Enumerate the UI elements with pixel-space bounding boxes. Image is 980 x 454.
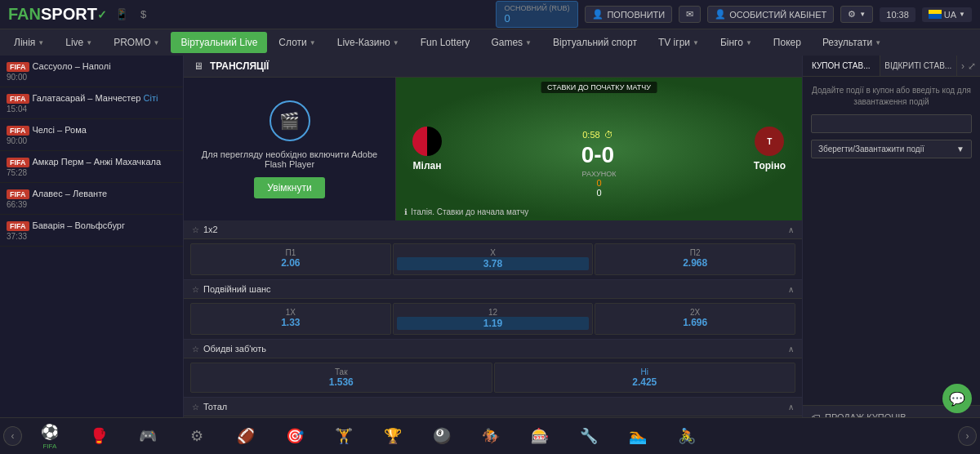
chevron-down-icon: ▼ xyxy=(86,39,92,47)
list-item[interactable]: FIFAБаварія – Вольфсбург 37:33 xyxy=(0,215,183,247)
chevron-down-icon: ▼ xyxy=(956,145,964,154)
odds-cells-both: Так 1.536 Ні 2.425 xyxy=(184,358,802,398)
nav-poker[interactable]: Покер xyxy=(764,32,811,53)
team1-name: Мілан xyxy=(413,160,442,171)
star-icon: ☆ xyxy=(192,225,199,234)
odd-no[interactable]: Ні 2.425 xyxy=(494,363,796,393)
list-item[interactable]: FIFAГалатасарай – Манчестер Сіті 15:04 xyxy=(0,87,183,119)
tools-icon: 🔧 xyxy=(580,427,598,445)
cabinet-button[interactable]: 👤 ОСОБИСТИЙ КАБІНЕТ xyxy=(707,6,834,23)
team-home: Мілан xyxy=(412,127,442,171)
odds-header-double[interactable]: ☆ Подвійний шанс ∧ xyxy=(184,280,802,299)
bottom-nav-label: FIFA xyxy=(42,443,56,450)
nav-results[interactable]: Результати ▼ xyxy=(813,32,891,53)
nav-tv-games[interactable]: TV ігри ▼ xyxy=(648,32,709,53)
odd-x[interactable]: Х 3.78 xyxy=(393,243,594,275)
main-nav: Лінія ▼ Live ▼ PROMO ▼ Віртуальний Live … xyxy=(0,29,980,56)
list-item[interactable]: FIFAАмкар Перм – Анжі Махачкала 75:28 xyxy=(0,151,183,183)
link-city[interactable]: Сіті xyxy=(144,93,158,103)
mobile-icon[interactable]: 📱 xyxy=(115,8,128,20)
tab-coupon-bets[interactable]: КУПОН СТАВ... xyxy=(803,56,880,76)
odd-p1[interactable]: П1 2.06 xyxy=(190,243,391,275)
nav-virtual-sport[interactable]: Віртуальний спорт xyxy=(543,32,647,53)
nav-bingo[interactable]: Бінго ▼ xyxy=(710,32,762,53)
list-item[interactable]: FIFAЧелсі – Рома 90:00 xyxy=(0,119,183,151)
save-load-button[interactable]: Зберегти/Завантажити події ▼ xyxy=(811,140,972,158)
odds-cells-double: 1Х 1.33 12 1.19 2Х 1.696 xyxy=(184,299,802,340)
balance-label: ОСНОВНИЙ (RUB) xyxy=(505,4,570,12)
bottom-nav-item-settings[interactable]: ⚙ xyxy=(172,425,221,447)
odd-2x[interactable]: 2Х 1.696 xyxy=(595,303,795,335)
chevron-down-icon: ▼ xyxy=(875,39,881,47)
nav-live-casino[interactable]: Live-Казино ▼ xyxy=(327,32,409,53)
header-right: ОСНОВНИЙ (RUB) 0 👤 ПОПОВНИТИ ✉ 👤 ОСОБИСТ… xyxy=(496,1,972,28)
chevron-down-icon: ▼ xyxy=(310,39,316,47)
fifa-badge: FIFA xyxy=(7,221,29,231)
odds-title: ☆ 1х2 xyxy=(192,225,218,234)
bottom-nav-item-trophy[interactable]: 🏆 xyxy=(368,425,417,447)
nav-games[interactable]: Games ▼ xyxy=(481,32,541,53)
chat-button[interactable]: 💬 xyxy=(942,384,972,413)
settings-icon: ⚙ xyxy=(190,427,203,445)
bottom-nav-item-target[interactable]: 🎯 xyxy=(270,425,319,447)
odds-header-total[interactable]: ☆ Тотал ∧ xyxy=(184,398,802,416)
chevron-down-icon: ▼ xyxy=(38,39,44,47)
stream-panel: 🎬 Для перегляду необхідно включити Adobe… xyxy=(184,78,396,220)
bottom-nav-item-fifa[interactable]: ⚽ FIFA xyxy=(25,421,74,452)
coupon-code-input[interactable] xyxy=(811,114,972,133)
nav-next-button[interactable]: › xyxy=(958,426,977,446)
bottom-nav-item-game[interactable]: 🎮 xyxy=(123,425,172,447)
nav-slots[interactable]: Слоти ▼ xyxy=(269,32,325,53)
odds-header-both[interactable]: ☆ Обидві заб'ють ∧ xyxy=(184,340,802,358)
bottom-nav-item-boxing[interactable]: 🥊 xyxy=(74,425,123,447)
broadcast-header: 🖥 ТРАНСЛЯЦІЇ xyxy=(184,56,802,78)
odd-12[interactable]: 12 1.19 xyxy=(393,303,594,335)
nav-promo[interactable]: PROMO ▼ xyxy=(104,32,169,53)
odd-yes[interactable]: Так 1.536 xyxy=(190,363,492,393)
top-up-button[interactable]: 👤 ПОПОВНИТИ xyxy=(585,6,672,23)
nav-linia[interactable]: Лінія ▼ xyxy=(4,32,54,53)
boxing-icon: 🥊 xyxy=(90,427,108,445)
bottom-nav-item-billiards[interactable]: 🎱 xyxy=(417,425,466,447)
broadcast-title: ТРАНСЛЯЦІЇ xyxy=(210,60,269,72)
bottom-nav-item-tools[interactable]: 🔧 xyxy=(564,425,613,447)
stream-text: Для перегляду необхідно включити Adobe F… xyxy=(196,149,383,169)
bottom-nav-item-fitness[interactable]: 🏋 xyxy=(319,425,368,447)
broadcast-icon: 🖥 xyxy=(194,60,203,72)
stream-icon: 🎬 xyxy=(270,100,310,141)
odd-p2[interactable]: П2 2.968 xyxy=(595,243,795,275)
nav-virtual-live[interactable]: Віртуальний Live xyxy=(171,32,267,53)
logo[interactable]: FANSPORT✓ xyxy=(8,5,107,24)
expand-icon[interactable]: ⤢ xyxy=(968,60,976,72)
nav-fun-lottery[interactable]: Fun Lottery xyxy=(411,32,480,53)
bottom-nav-item-slots[interactable]: 🎰 xyxy=(515,425,564,447)
nav-prev-button[interactable]: ‹ xyxy=(3,426,22,446)
match-score: 0-0 xyxy=(581,142,614,168)
header: FANSPORT✓ 📱 $ ОСНОВНИЙ (RUB) 0 👤 ПОПОВНИ… xyxy=(0,0,980,29)
messages-button[interactable]: ✉ xyxy=(679,6,701,23)
tab-open-bets[interactable]: ВІДКРИТІ СТАВ... xyxy=(880,56,958,76)
bet-notice: СТАВКИ ДО ПОЧАТКУ МАТЧУ xyxy=(541,82,657,93)
nav-live[interactable]: Live ▼ xyxy=(56,32,102,53)
score-label: РАХУНОК xyxy=(582,170,617,178)
chevron-icon: ∧ xyxy=(788,225,794,234)
team2-name: Торіно xyxy=(754,160,786,171)
dollar-icon[interactable]: $ xyxy=(140,8,146,20)
racing-icon: 🏇 xyxy=(482,427,500,445)
bottom-nav-item-racing[interactable]: 🏇 xyxy=(466,425,515,447)
list-item[interactable]: FIFAАлавес – Леванте 66:39 xyxy=(0,183,183,215)
list-item[interactable]: FIFAСассуоло – Наполі 90:00 xyxy=(0,56,183,87)
coupon-body: Додайте події в купон або введіть код дл… xyxy=(803,77,980,405)
odds-header-1x2[interactable]: ☆ 1х2 ∧ xyxy=(184,220,802,239)
odds-cells-1x2: П1 2.06 Х 3.78 П2 2.968 xyxy=(184,239,802,280)
bottom-nav-item-football[interactable]: 🏈 xyxy=(221,425,270,447)
language-selector[interactable]: UA ▼ xyxy=(922,7,972,22)
bottom-nav-item-cycling[interactable]: 🚴 xyxy=(662,425,711,447)
score-detail2: 0 xyxy=(596,188,601,198)
bottom-nav-item-swim[interactable]: 🏊 xyxy=(613,425,662,447)
settings-button[interactable]: ⚙ ▼ xyxy=(840,6,873,23)
chat-icon: 💬 xyxy=(949,391,965,407)
odd-1x[interactable]: 1Х 1.33 xyxy=(190,303,391,335)
enable-flash-button[interactable]: Увімкнути xyxy=(254,177,324,198)
arrow-right-icon[interactable]: › xyxy=(961,60,964,72)
